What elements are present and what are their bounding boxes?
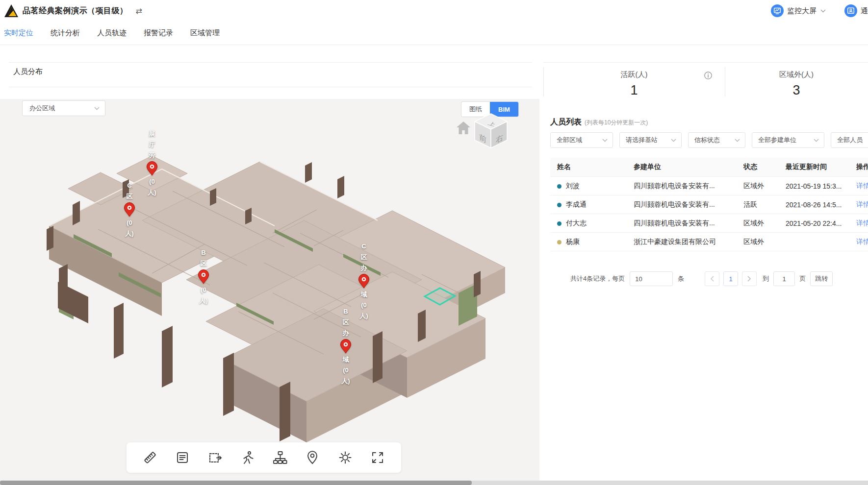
bim-viewport[interactable]: 办公区域 图纸 BIM 上 前 右 展厅旁 (0人) C区 xyxy=(0,99,539,481)
home-view-icon[interactable] xyxy=(455,120,472,136)
status-cell: 区域外 xyxy=(743,182,786,191)
monitor-screen-entry[interactable]: 监控大屏 xyxy=(771,4,826,17)
detail-link[interactable]: 详情 xyxy=(856,219,868,228)
marker-label-line: C xyxy=(119,180,140,191)
nav-tab[interactable]: 区域管理 xyxy=(190,28,220,38)
filter-value: 全部人员 xyxy=(837,136,863,145)
next-page-button[interactable] xyxy=(742,271,757,286)
stats-left-divider xyxy=(543,67,544,97)
area-person-marker[interactable]: C区 (0人) xyxy=(119,180,140,239)
filter-dropdown[interactable]: 全部参建单位 xyxy=(752,132,824,148)
chevron-down-icon xyxy=(94,107,100,110)
current-page-button[interactable]: 1 xyxy=(723,271,738,286)
marker-label-line: 办 xyxy=(335,328,357,339)
page-size-input[interactable] xyxy=(630,271,673,286)
column-header: 操作 xyxy=(856,163,868,171)
jump-button[interactable]: 跳转 xyxy=(810,271,833,286)
name-cell: 杨康 xyxy=(550,238,634,246)
chevron-down-icon xyxy=(602,139,608,142)
contacts-badge-icon xyxy=(844,4,857,17)
person-icon[interactable] xyxy=(239,449,256,466)
stat-active-label: 活跃(人) xyxy=(543,70,725,79)
marker-label-line: 域 xyxy=(353,289,375,300)
person-name: 付大志 xyxy=(566,219,587,227)
name-cell: 付大志 xyxy=(550,219,634,228)
location-pin-icon xyxy=(339,339,352,354)
updated-time-cell: 2021-05-19 15:3... xyxy=(786,182,856,190)
bim-model[interactable] xyxy=(0,99,539,481)
detail-link[interactable]: 详情 xyxy=(856,238,868,246)
structure-icon[interactable] xyxy=(271,449,289,466)
pagination-page-label: 页 xyxy=(799,274,806,283)
pagination-to-label: 到 xyxy=(763,274,769,283)
page-number-input[interactable] xyxy=(773,271,795,286)
stat-outside-label: 区域外(人) xyxy=(725,70,868,79)
marker-label-line: 区 xyxy=(119,191,140,202)
marker-label-line: 人) xyxy=(335,376,357,387)
filter-dropdown[interactable]: 请选择基站 xyxy=(619,132,682,148)
area-person-marker[interactable]: B区 (0人) xyxy=(193,247,214,306)
filter-dropdown[interactable]: 全部区域 xyxy=(550,132,613,148)
legend-icon[interactable] xyxy=(174,449,191,466)
location-icon[interactable] xyxy=(304,449,321,466)
location-pin-icon xyxy=(197,269,210,284)
company-cell: 四川颢蓉机电设备安装有... xyxy=(634,219,743,228)
column-header: 姓名 xyxy=(550,163,634,171)
area-dropdown[interactable]: 办公区域 xyxy=(22,100,105,116)
area-dropdown-value: 办公区域 xyxy=(29,104,55,113)
chevron-left-icon xyxy=(710,276,714,282)
company-cell: 浙江中豪建设集团有限公司 xyxy=(634,238,743,246)
stat-outside-value: 3 xyxy=(725,83,868,98)
prev-page-button[interactable] xyxy=(705,271,719,286)
nav-tab[interactable]: 报警记录 xyxy=(144,28,173,38)
detail-link[interactable]: 详情 xyxy=(856,182,868,191)
updated-time-cell: 2021-08-26 14:5... xyxy=(786,201,856,209)
filter-dropdown[interactable]: 全部人员 xyxy=(831,132,868,148)
monitor-chart-icon xyxy=(771,4,784,17)
marker-label-line: B xyxy=(193,247,214,258)
roster-subtitle: (列表每10分钟更新一次) xyxy=(585,119,648,126)
contacts-label: 通 xyxy=(861,6,868,16)
area-person-marker[interactable]: B区办 域(0人) xyxy=(335,306,357,387)
nav-tab[interactable]: 统计分析 xyxy=(51,28,80,38)
status-dot xyxy=(557,221,562,226)
status-cell: 活跃 xyxy=(743,200,786,209)
location-pin-icon xyxy=(146,161,158,176)
detail-link[interactable]: 详情 xyxy=(856,200,868,209)
area-person-marker[interactable]: 展厅旁 (0人) xyxy=(141,128,163,198)
stat-active-value: 1 xyxy=(543,83,725,98)
distribution-panel-title: 人员分布 xyxy=(13,67,43,76)
filter-value: 全部参建单位 xyxy=(758,136,796,145)
settings-icon[interactable] xyxy=(336,449,354,466)
roster-title: 人员列表(列表每10分钟更新一次) xyxy=(550,117,648,127)
marker-label-line: (0 xyxy=(141,176,163,187)
view-cube[interactable]: 上 前 右 xyxy=(470,109,512,151)
name-cell: 刘波 xyxy=(550,182,634,191)
marker-label-line: B xyxy=(335,306,357,317)
person-table: 姓名参建单位状态最近更新时间操作 刘波 四川颢蓉机电设备安装有... 区域外 2… xyxy=(550,158,868,251)
marker-label-line: 人) xyxy=(119,228,140,239)
table-row: 杨康 浙江中豪建设集团有限公司 区域外 详情 xyxy=(550,232,868,251)
marker-label-line: 展 xyxy=(141,128,163,139)
marker-label-line: (0 xyxy=(119,218,140,228)
nav-tab[interactable]: 人员轨迹 xyxy=(97,28,127,38)
main-nav-tabs: 实时定位统计分析人员轨迹报警记录区域管理 xyxy=(0,22,868,45)
filter-value: 信标状态 xyxy=(694,136,720,145)
section-icon[interactable] xyxy=(206,449,224,466)
company-cell: 四川颢蓉机电设备安装有... xyxy=(634,182,743,191)
filter-dropdown[interactable]: 信标状态 xyxy=(688,132,745,148)
table-header-row: 姓名参建单位状态最近更新时间操作 xyxy=(550,158,868,176)
pagination-total: 共计4条记录，每页 xyxy=(570,274,625,283)
marker-label-line: 人) xyxy=(193,295,214,306)
contacts-entry[interactable]: 通 xyxy=(844,4,868,17)
nav-tab[interactable]: 实时定位 xyxy=(4,28,33,38)
distribution-title-divider xyxy=(9,87,532,87)
measure-icon[interactable] xyxy=(141,449,159,466)
project-switch-icon[interactable]: ⇄ xyxy=(136,6,142,16)
fullscreen-icon[interactable] xyxy=(369,449,386,466)
column-header: 最近更新时间 xyxy=(786,163,856,171)
roster-filters: 全部区域 请选择基站 信标状态 全部参建单位 全部人员 xyxy=(550,132,868,148)
horizontal-scrollbar-thumb[interactable] xyxy=(0,481,472,485)
info-icon[interactable] xyxy=(704,72,712,79)
horizontal-scrollbar-track[interactable] xyxy=(0,481,868,485)
